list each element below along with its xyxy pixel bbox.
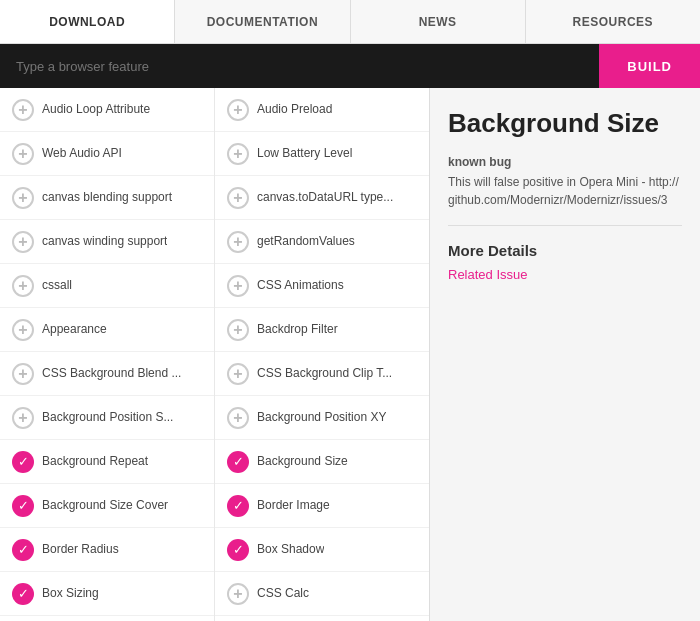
plus-icon: + <box>227 99 249 121</box>
left-feature-col: +Audio Loop Attribute+Web Audio API+canv… <box>0 88 215 621</box>
list-item[interactable]: +canvas blending support <box>0 176 214 220</box>
list-item[interactable]: +canvas.toDataURL type... <box>215 176 429 220</box>
list-item[interactable]: +Appearance <box>0 308 214 352</box>
plus-icon: + <box>227 187 249 209</box>
check-icon: ✓ <box>12 539 34 561</box>
detail-more-title: More Details <box>448 242 682 259</box>
feature-label: Box Shadow <box>257 542 324 558</box>
list-item[interactable]: +CSS Font ch Units <box>215 616 429 621</box>
feature-label: canvas winding support <box>42 234 167 250</box>
detail-related-link[interactable]: Related Issue <box>448 267 528 282</box>
feature-label: Backdrop Filter <box>257 322 338 338</box>
feature-label: Appearance <box>42 322 107 338</box>
detail-divider <box>448 225 682 226</box>
plus-icon: + <box>12 407 34 429</box>
feature-label: Box Sizing <box>42 586 99 602</box>
check-icon: ✓ <box>227 495 249 517</box>
plus-icon: + <box>12 143 34 165</box>
search-input[interactable] <box>0 59 599 74</box>
plus-icon: + <box>227 583 249 605</box>
tab-documentation[interactable]: DOCUMENTATION <box>175 0 350 43</box>
feature-columns: +Audio Loop Attribute+Web Audio API+canv… <box>0 88 430 621</box>
top-nav: DOWNLOAD DOCUMENTATION NEWS RESOURCES <box>0 0 700 44</box>
feature-label: Background Size <box>257 454 348 470</box>
list-item[interactable]: +Audio Preload <box>215 88 429 132</box>
plus-icon: + <box>12 275 34 297</box>
list-item[interactable]: +Background Position S... <box>0 396 214 440</box>
feature-label: CSS Calc <box>257 586 309 602</box>
feature-label: CSS Animations <box>257 278 344 294</box>
list-item[interactable]: +CSS Calc <box>215 572 429 616</box>
check-icon: ✓ <box>12 495 34 517</box>
list-item[interactable]: ✓Box Shadow <box>215 528 429 572</box>
check-icon: ✓ <box>227 451 249 473</box>
list-item[interactable]: +Backdrop Filter <box>215 308 429 352</box>
detail-bug-label: known bug <box>448 155 682 169</box>
list-item[interactable]: +getRandomValues <box>215 220 429 264</box>
list-item[interactable]: +CSS Background Blend ... <box>0 352 214 396</box>
plus-icon: + <box>227 363 249 385</box>
tab-news[interactable]: NEWS <box>351 0 526 43</box>
feature-label: getRandomValues <box>257 234 355 250</box>
plus-icon: + <box>12 231 34 253</box>
list-item[interactable]: +Low Battery Level <box>215 132 429 176</box>
feature-label: canvas.toDataURL type... <box>257 190 393 206</box>
main-layout: +Audio Loop Attribute+Web Audio API+canv… <box>0 88 700 621</box>
feature-label: Border Image <box>257 498 330 514</box>
plus-icon: + <box>227 407 249 429</box>
plus-icon: + <box>227 319 249 341</box>
list-item[interactable]: ✓Box Sizing <box>0 572 214 616</box>
plus-icon: + <box>12 319 34 341</box>
detail-bug-text: This will false positive in Opera Mini -… <box>448 173 682 209</box>
list-item[interactable]: +CSS :checked pseudo-s... <box>0 616 214 621</box>
check-icon: ✓ <box>12 583 34 605</box>
search-row: BUILD <box>0 44 700 88</box>
list-item[interactable]: ✓Background Size <box>215 440 429 484</box>
feature-label: canvas blending support <box>42 190 172 206</box>
detail-panel: Background Size known bug This will fals… <box>430 88 700 621</box>
feature-label: Low Battery Level <box>257 146 352 162</box>
check-icon: ✓ <box>227 539 249 561</box>
list-item[interactable]: +CSS Background Clip T... <box>215 352 429 396</box>
list-item[interactable]: +CSS Animations <box>215 264 429 308</box>
feature-label: Audio Loop Attribute <box>42 102 150 118</box>
feature-label: Border Radius <box>42 542 119 558</box>
feature-label: Web Audio API <box>42 146 122 162</box>
list-item[interactable]: +cssall <box>0 264 214 308</box>
list-item[interactable]: +Web Audio API <box>0 132 214 176</box>
feature-label: Background Repeat <box>42 454 148 470</box>
feature-label: CSS Background Blend ... <box>42 366 181 382</box>
plus-icon: + <box>12 363 34 385</box>
plus-icon: + <box>227 231 249 253</box>
list-item[interactable]: ✓Border Radius <box>0 528 214 572</box>
feature-label: Background Size Cover <box>42 498 168 514</box>
detail-title: Background Size <box>448 108 682 139</box>
feature-label: Background Position XY <box>257 410 386 426</box>
list-item[interactable]: ✓Background Size Cover <box>0 484 214 528</box>
plus-icon: + <box>227 275 249 297</box>
tab-resources[interactable]: RESOURCES <box>526 0 700 43</box>
right-feature-col: +Audio Preload+Low Battery Level+canvas.… <box>215 88 429 621</box>
feature-label: CSS Background Clip T... <box>257 366 392 382</box>
tab-download[interactable]: DOWNLOAD <box>0 0 175 43</box>
plus-icon: + <box>227 143 249 165</box>
feature-label: cssall <box>42 278 72 294</box>
list-item[interactable]: +Background Position XY <box>215 396 429 440</box>
list-item[interactable]: ✓Border Image <box>215 484 429 528</box>
check-icon: ✓ <box>12 451 34 473</box>
list-item[interactable]: ✓Background Repeat <box>0 440 214 484</box>
plus-icon: + <box>12 99 34 121</box>
feature-label: Background Position S... <box>42 410 173 426</box>
list-item[interactable]: +canvas winding support <box>0 220 214 264</box>
feature-label: Audio Preload <box>257 102 332 118</box>
build-button[interactable]: BUILD <box>599 44 700 88</box>
list-item[interactable]: +Audio Loop Attribute <box>0 88 214 132</box>
plus-icon: + <box>12 187 34 209</box>
